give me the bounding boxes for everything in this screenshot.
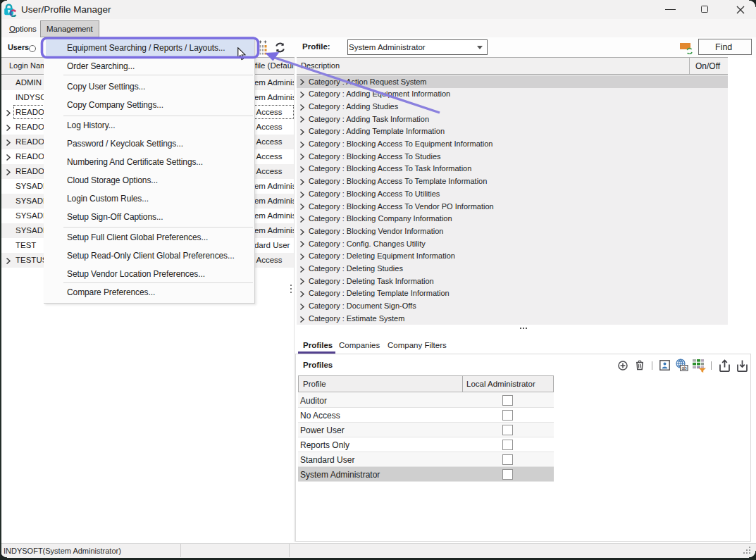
svg-text:ab: ab <box>681 366 687 371</box>
